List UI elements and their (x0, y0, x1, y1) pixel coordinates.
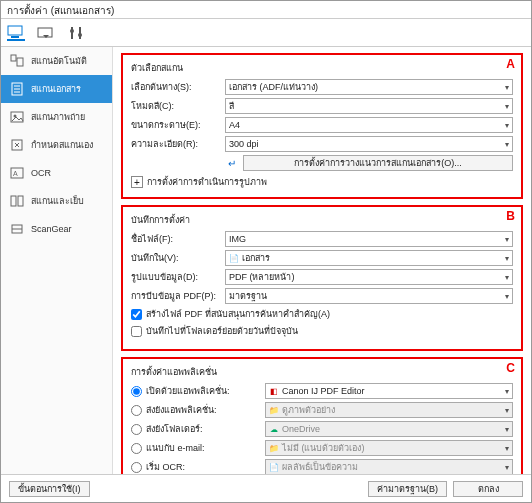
panel-b-title: บันทึกการตั้งค่า (131, 213, 513, 227)
paper-size-select[interactable]: A4▾ (225, 117, 513, 133)
defaults-button[interactable]: ค่ามาตรฐาน(B) (368, 481, 447, 497)
send-to-folder-select: ☁OneDrive▾ (265, 421, 513, 437)
sidebar-item-photo[interactable]: สแกนภาพถ่าย (1, 103, 112, 131)
sidebar-item-scangear[interactable]: ScanGear (1, 215, 112, 243)
tab-scan-from-panel-icon[interactable] (37, 25, 55, 41)
folder-icon: 📄 (229, 253, 239, 263)
onedrive-icon: ☁ (269, 424, 279, 434)
attach-email-radio[interactable] (131, 443, 142, 454)
pdf-compression-select[interactable]: มาตรฐาน▾ (225, 288, 513, 304)
color-label: โหมดสี(C): (131, 99, 221, 113)
main-content: A ตัวเลือกสแกน เลือกต้นทาง(S): เอกสาร (A… (113, 47, 531, 474)
svg-rect-7 (11, 55, 16, 61)
tab-general-settings-icon[interactable] (67, 25, 85, 41)
scangear-icon (9, 221, 25, 237)
sidebar-item-document[interactable]: สแกนเอกสาร (1, 75, 112, 103)
photo-icon (9, 109, 25, 125)
orientation-settings-button[interactable]: การตั้งค่าการวางแนวการสแกนเอกสาร(O)... (243, 155, 513, 171)
footer: ขั้นตอนการใช้(I) ค่ามาตรฐาน(B) ตกลง (1, 474, 531, 502)
filename-combo[interactable]: IMG▾ (225, 231, 513, 247)
open-with-label: เปิดด้วยแอพพลิเคชั่น: (146, 384, 230, 398)
panel-a-title: ตัวเลือกสแกน (131, 61, 513, 75)
instructions-button[interactable]: ขั้นตอนการใช้(I) (9, 481, 90, 497)
save-subfolder-date-checkbox[interactable] (131, 326, 142, 337)
sidebar-label: ScanGear (31, 224, 72, 234)
send-to-app-select: 📁ดูภาพตัวอย่าง▾ (265, 402, 513, 418)
sidebar-label: กำหนดสแกนเอง (31, 138, 93, 152)
app-icon: ◧ (269, 386, 279, 396)
folder-yellow-icon: 📁 (269, 405, 279, 415)
attach-email-label: แนบกับ e-mail: (146, 441, 205, 455)
searchable-pdf-checkbox[interactable] (131, 309, 142, 320)
save-subfolder-label: บันทึกไปที่โฟลเดอร์ย่อยด้วยวันที่ปัจจุบั… (146, 324, 298, 338)
ok-button[interactable]: ตกลง (453, 481, 523, 497)
svg-rect-19 (18, 196, 23, 206)
tab-scan-from-pc-icon[interactable] (7, 25, 25, 41)
custom-icon (9, 137, 25, 153)
savein-select[interactable]: 📄เอกสาร▾ (225, 250, 513, 266)
sidebar-item-auto[interactable]: สแกนอัตโนมัติ (1, 47, 112, 75)
orientation-icon: ↵ (225, 158, 239, 169)
send-to-app-radio[interactable] (131, 405, 142, 416)
svg-rect-18 (11, 196, 16, 206)
sidebar-label: OCR (31, 168, 51, 178)
panel-app-settings: C การตั้งค่าแอพพลิเคชั่น เปิดด้วยแอพพลิเ… (121, 357, 523, 474)
searchable-pdf-label: สร้างไฟล์ PDF ที่สนับสนุนการค้นหาคำสำคัญ… (146, 307, 330, 321)
resolution-label: ความละเอียด(R): (131, 137, 221, 151)
ocr-icon: A (9, 165, 25, 181)
open-with-app-select[interactable]: ◧Canon IJ PDF Editor▾ (265, 383, 513, 399)
panel-letter-a: A (506, 57, 515, 71)
folder-yellow-icon: 📁 (269, 443, 279, 453)
svg-point-5 (70, 29, 74, 33)
resolution-select[interactable]: 300 dpi▾ (225, 136, 513, 152)
toolbar (1, 19, 531, 47)
data-format-select[interactable]: PDF (หลายหน้า)▾ (225, 269, 513, 285)
sidebar-label: สแกนภาพถ่าย (31, 110, 85, 124)
svg-rect-0 (8, 26, 22, 35)
panel-scan-options: A ตัวเลือกสแกน เลือกต้นทาง(S): เอกสาร (A… (121, 53, 523, 199)
settings-window: การตั้งค่า (สแกนเอกสาร) สแกนอัตโนมัติ สแ… (0, 0, 532, 503)
pdfcomp-label: การบีบข้อมูล PDF(P): (131, 289, 221, 303)
panel-save-settings: B บันทึกการตั้งค่า ชื่อไฟล์(F): IMG▾ บัน… (121, 205, 523, 351)
stitch-icon (9, 193, 25, 209)
sidebar-label: สแกนเอกสาร (31, 82, 81, 96)
svg-point-6 (78, 33, 82, 37)
sidebar-item-ocr[interactable]: A OCR (1, 159, 112, 187)
svg-rect-8 (17, 58, 23, 66)
sidebar-label: สแกนอัตโนมัติ (31, 54, 87, 68)
color-mode-select[interactable]: สี▾ (225, 98, 513, 114)
format-label: รูปแบบข้อมูล(D): (131, 270, 221, 284)
text-icon: 📄 (269, 462, 279, 472)
svg-rect-1 (11, 36, 19, 38)
send-to-app-label: ส่งยังแอพพลิเคชั่น: (146, 403, 217, 417)
sidebar-item-custom[interactable]: กำหนดสแกนเอง (1, 131, 112, 159)
source-label: เลือกต้นทาง(S): (131, 80, 221, 94)
attach-email-select: 📁ไม่มี (แนบด้วยตัวเอง)▾ (265, 440, 513, 456)
sidebar-label: สแกนและเย็บ (31, 194, 84, 208)
title-bar: การตั้งค่า (สแกนเอกสาร) (1, 1, 531, 19)
start-ocr-radio[interactable] (131, 462, 142, 473)
expand-label: การตั้งค่าการดำเนินการรูปภาพ (147, 175, 267, 189)
document-icon (9, 81, 25, 97)
window-title: การตั้งค่า (สแกนเอกสาร) (7, 5, 114, 16)
send-to-folder-label: ส่งยังโฟลเดอร์: (146, 422, 203, 436)
source-select[interactable]: เอกสาร (ADF/แท่นวาง)▾ (225, 79, 513, 95)
start-ocr-label: เริ่ม OCR: (146, 460, 185, 474)
filename-label: ชื่อไฟล์(F): (131, 232, 221, 246)
expand-image-processing-button[interactable]: + (131, 176, 143, 188)
panel-letter-b: B (506, 209, 515, 223)
panel-letter-c: C (506, 361, 515, 375)
sidebar-item-stitch[interactable]: สแกนและเย็บ (1, 187, 112, 215)
send-to-folder-radio[interactable] (131, 424, 142, 435)
open-with-app-radio[interactable] (131, 386, 142, 397)
auto-icon (9, 53, 25, 69)
size-label: ขนาดกระดาษ(E): (131, 118, 221, 132)
svg-text:A: A (13, 170, 18, 177)
sidebar: สแกนอัตโนมัติ สแกนเอกสาร สแกนภาพถ่าย กำห… (1, 47, 113, 474)
savein-label: บันทึกใน(V): (131, 251, 221, 265)
panel-c-title: การตั้งค่าแอพพลิเคชั่น (131, 365, 513, 379)
start-ocr-select: 📄ผลลัพธ์เป็นข้อความ▾ (265, 459, 513, 474)
